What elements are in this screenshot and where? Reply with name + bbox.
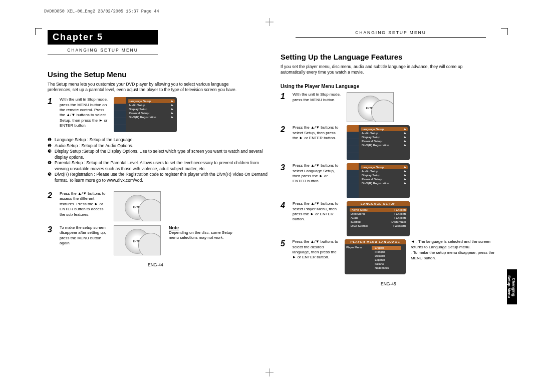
- menu-header: PLAYER MENU LANGUAGE: [345, 239, 406, 244]
- note-title: Note: [169, 225, 239, 230]
- remote-illustration: [114, 225, 161, 255]
- step-number: 2: [281, 125, 288, 134]
- thumb-tab: ChangingSetup Menu: [507, 269, 517, 304]
- menu-item: Audio Setup: [129, 104, 145, 107]
- step-text: Press the ▲/▼ buttons to select Language…: [293, 163, 342, 184]
- remote-illustration: [347, 92, 394, 122]
- osd-setup-menu: Language Setup► Audio Setup► Display Set…: [114, 97, 177, 132]
- step-number: 4: [281, 201, 288, 210]
- document-header: DVDHD850 XEL-00_Eng2 23/02/2005 15:37 Pa…: [44, 9, 159, 14]
- chapter-banner: Chapter 5: [48, 30, 158, 45]
- result-notes: ◄ - The language is selected and the scr…: [411, 239, 501, 261]
- page-title: Using the Setup Menu: [48, 70, 268, 79]
- page-number: ENG-44: [148, 262, 163, 267]
- step-text: To make the setup screen disappear after…: [60, 225, 109, 246]
- remote-illustration: [114, 191, 161, 221]
- subheading: Using the Player Menu Language: [281, 84, 501, 89]
- registration-mark: [265, 368, 274, 376]
- menu-item: DivX(R) Registration: [129, 116, 156, 119]
- osd-setup-menu: Language Setup► Audio Setup► Display Set…: [347, 125, 410, 160]
- page-right: CHANGING SETUP MENU Setting Up the Langu…: [281, 30, 501, 274]
- page-number: ENG-45: [381, 281, 396, 286]
- menu-item: Language Setup: [129, 100, 151, 103]
- menu-header: LANGUAGE SETUP: [347, 201, 410, 206]
- page-title: Setting Up the Language Features: [281, 53, 501, 61]
- section-tag: CHANGING SETUP MENU: [296, 30, 486, 38]
- page-left: Chapter 5 CHANGING SETUP MENU Using the …: [48, 30, 268, 255]
- crop-mark: [35, 28, 42, 35]
- step-number: 2: [48, 191, 55, 200]
- step-text: Press the ▲/▼ buttons to access the diff…: [60, 191, 109, 217]
- step-text: Press the ▲/▼ buttons to select the desi…: [293, 239, 340, 260]
- intro-text: The Setup menu lets you customize your D…: [48, 82, 248, 92]
- intro-text: If you set the player menu, disc menu, a…: [281, 64, 481, 75]
- menu-item: Display Setup: [129, 108, 147, 111]
- step-number: 5: [281, 239, 288, 248]
- note-body: Depending on the disc, some Setup menu s…: [169, 230, 239, 241]
- step-text: With the unit in Stop mode, press the ME…: [60, 97, 109, 128]
- step-number: 1: [48, 97, 55, 106]
- step-number: 3: [48, 225, 55, 234]
- section-tag: CHANGING SETUP MENU: [48, 48, 158, 55]
- step-text: Press the ▲/▼ buttons to select Player M…: [293, 201, 342, 222]
- osd-player-menu-language: PLAYER MENU LANGUAGE Player Menu English…: [345, 239, 406, 274]
- registration-mark: [265, 18, 274, 26]
- osd-language-setup: LANGUAGE SETUP Player Menu: English Disc…: [347, 201, 410, 236]
- setup-definitions: ❶Language Setup : Setup of the Language.…: [48, 137, 268, 183]
- step-text: With the unit in Stop mode, press the ME…: [293, 92, 342, 103]
- step-number: 1: [281, 92, 288, 101]
- step-number: 3: [281, 163, 288, 172]
- menu-item: Parental Setup :: [129, 112, 150, 115]
- step-text: Press the ▲/▼ buttons to select Setup, t…: [293, 125, 342, 141]
- crop-mark: [501, 28, 508, 35]
- osd-setup-menu: Language Setup► Audio Setup► Display Set…: [347, 163, 410, 198]
